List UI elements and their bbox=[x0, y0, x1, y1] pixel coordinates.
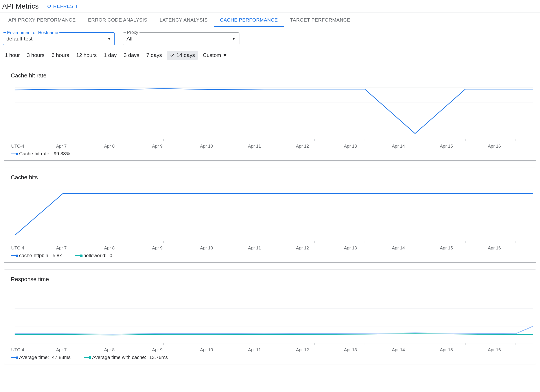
chart-legend: Average time: 47.83ms Average time with … bbox=[4, 352, 536, 360]
check-icon bbox=[170, 53, 175, 58]
time-range-row: 1 hour 3 hours 6 hours 12 hours 1 day 3 … bbox=[0, 47, 540, 64]
proxy-value: All bbox=[126, 36, 232, 42]
legend-marker-icon bbox=[84, 357, 90, 358]
tab-api-proxy-performance[interactable]: API PROXY PERFORMANCE bbox=[2, 13, 82, 27]
chart-title: Cache hit rate bbox=[4, 72, 536, 83]
proxy-label: Proxy bbox=[126, 30, 140, 35]
range-1-day[interactable]: 1 day bbox=[102, 51, 119, 60]
chart-cache-hit-rate: Cache hit rate UTC-4 Apr 7 bbox=[4, 66, 536, 161]
chart-title: Cache hits bbox=[4, 174, 536, 185]
proxy-select[interactable]: Proxy All ▼ bbox=[123, 32, 240, 45]
tab-target-performance[interactable]: TARGET PERFORMANCE bbox=[284, 13, 356, 27]
legend-marker-icon bbox=[11, 357, 17, 358]
chevron-down-icon: ▼ bbox=[232, 36, 236, 41]
refresh-button[interactable]: REFRESH bbox=[47, 4, 77, 9]
tab-error-code-analysis[interactable]: ERROR CODE ANALYSIS bbox=[82, 13, 154, 27]
range-12-hours[interactable]: 12 hours bbox=[74, 51, 99, 60]
chart-plot bbox=[8, 185, 533, 244]
range-3-hours[interactable]: 3 hours bbox=[25, 51, 47, 60]
x-axis-labels: UTC-4 Apr 7 Apr 8 Apr 9 Apr 10 Apr 11 Ap… bbox=[4, 244, 536, 251]
custom-label: Custom bbox=[203, 52, 221, 58]
x-axis-labels: UTC-4 Apr 7 Apr 8 Apr 9 Apr 10 Apr 11 Ap… bbox=[4, 346, 536, 352]
range-label: 14 days bbox=[176, 52, 195, 58]
environment-value: default-test bbox=[6, 36, 107, 42]
chart-response-time: Response time UTC-4 Apr 7 bbox=[4, 269, 536, 364]
environment-label: Environment or Hostname bbox=[6, 30, 60, 35]
range-custom[interactable]: Custom ▼ bbox=[201, 51, 230, 60]
page-header: API Metrics REFRESH bbox=[0, 0, 540, 13]
legend-average-time-cache[interactable]: Average time with cache: 13.76ms bbox=[84, 355, 168, 360]
legend-cache-httpbin[interactable]: cache-httpbin: 5.8k bbox=[11, 253, 62, 258]
range-7-days[interactable]: 7 days bbox=[144, 51, 164, 60]
range-6-hours[interactable]: 6 hours bbox=[49, 51, 71, 60]
chart-cache-hits: Cache hits UTC-4 Apr 7 Apr 8 Apr bbox=[4, 168, 536, 263]
page-title: API Metrics bbox=[2, 2, 39, 10]
environment-select[interactable]: Environment or Hostname default-test ▼ bbox=[3, 32, 115, 45]
legend-helloworld[interactable]: helloworld: 0 bbox=[75, 253, 112, 258]
legend-marker-icon bbox=[11, 154, 17, 154]
legend-marker-icon bbox=[11, 255, 17, 256]
timezone-label: UTC-4 bbox=[8, 347, 56, 352]
legend-marker-icon bbox=[75, 255, 81, 256]
chart-legend: cache-httpbin: 5.8k helloworld: 0 bbox=[4, 251, 536, 258]
tab-latency-analysis[interactable]: LATENCY ANALYSIS bbox=[153, 13, 214, 27]
legend-average-time[interactable]: Average time: 47.83ms bbox=[11, 355, 71, 360]
chevron-down-icon: ▼ bbox=[107, 36, 111, 41]
chart-plot bbox=[8, 83, 533, 142]
legend-cache-hit-rate[interactable]: Cache hit rate: 99.33% bbox=[11, 151, 70, 157]
tab-cache-performance[interactable]: CACHE PERFORMANCE bbox=[214, 13, 284, 27]
x-axis-labels: UTC-4 Apr 7 Apr 8 Apr 9 Apr 10 Apr 11 Ap… bbox=[4, 142, 536, 149]
timezone-label: UTC-4 bbox=[8, 245, 56, 251]
tabs-bar: API PROXY PERFORMANCE ERROR CODE ANALYSI… bbox=[0, 13, 540, 27]
filter-row: Environment or Hostname default-test ▼ P… bbox=[0, 27, 540, 47]
chevron-down-icon: ▼ bbox=[222, 52, 228, 58]
range-3-days[interactable]: 3 days bbox=[121, 51, 141, 60]
chart-plot bbox=[8, 287, 533, 346]
timezone-label: UTC-4 bbox=[8, 144, 56, 149]
chart-title: Response time bbox=[4, 276, 536, 287]
range-14-days[interactable]: 14 days bbox=[167, 51, 198, 60]
chart-legend: Cache hit rate: 99.33% bbox=[4, 149, 536, 157]
refresh-label: REFRESH bbox=[53, 4, 77, 9]
refresh-icon bbox=[47, 4, 51, 9]
range-1-hour[interactable]: 1 hour bbox=[3, 51, 22, 60]
